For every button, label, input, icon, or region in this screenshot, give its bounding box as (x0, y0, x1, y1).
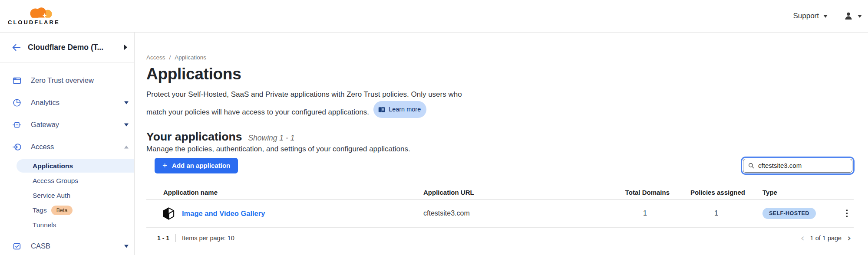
application-cube-icon (162, 207, 175, 220)
beta-badge: Beta (51, 206, 73, 215)
top-header: CLOUDFLARE Support (0, 0, 868, 33)
sidebar-item-label: Zero Trust overview (31, 76, 94, 85)
add-application-button[interactable]: + Add an application (155, 158, 238, 173)
next-page-button[interactable]: › (847, 233, 851, 243)
page-title: Applications (146, 65, 854, 83)
page-description: Protect your Self-Hosted, SaaS and Priva… (146, 88, 581, 119)
sidebar-item-label: Access (31, 143, 54, 151)
sidebar-item-applications[interactable]: Applications (17, 159, 134, 173)
table-row: Image and Video Gallery cftestsite3.com … (146, 200, 854, 228)
page-indicator: 1 of 1 page (810, 235, 842, 242)
application-name-link[interactable]: Image and Video Gallery (182, 209, 265, 218)
main-content: Access / Applications Applications Prote… (135, 33, 868, 255)
sidebar-item-label: Tags (33, 206, 47, 214)
section-title: Your applications (146, 130, 242, 144)
back-arrow-icon[interactable] (11, 42, 21, 52)
pie-chart-icon (12, 98, 22, 108)
sidebar-item-casb[interactable]: CASB (0, 235, 134, 255)
add-application-label: Add an application (172, 162, 230, 169)
application-url-cell: cftestsite3.com (423, 209, 621, 217)
search-input[interactable] (758, 162, 848, 169)
cloudflare-wordmark: CLOUDFLARE (8, 19, 73, 26)
table-header-row: Application name Application URL Total D… (146, 185, 854, 200)
column-header-application-url: Application URL (423, 189, 621, 196)
gateway-icon (12, 120, 22, 130)
sidebar-item-label: Analytics (31, 98, 59, 107)
policies-assigned-cell: 1 (670, 209, 745, 217)
learn-more-button[interactable]: Learn more (373, 101, 426, 118)
support-menu[interactable]: Support (793, 12, 828, 20)
items-per-page-select[interactable]: Items per page: 10 (182, 235, 234, 242)
overview-window-icon (12, 76, 22, 85)
sidebar-item-access[interactable]: Access (0, 136, 134, 158)
chevron-up-icon (124, 145, 129, 148)
column-header-application-name: Application name (146, 189, 423, 196)
sidebar-item-zero-trust-overview[interactable]: Zero Trust overview (0, 69, 134, 92)
description-line1: Protect your Self-Hosted, SaaS and Priva… (146, 90, 462, 98)
chevron-right-icon (124, 45, 127, 50)
sidebar-nav: Zero Trust overview Analytics Gateway (0, 62, 134, 255)
chevron-down-icon (124, 123, 129, 126)
casb-shield-check-icon (12, 242, 22, 251)
column-header-total-domains: Total Domains (621, 189, 670, 196)
sidebar-item-label: Service Auth (33, 192, 70, 199)
type-badge: SELF-HOSTED (762, 208, 816, 219)
plus-icon: + (162, 161, 167, 170)
total-domains-cell: 1 (621, 209, 670, 217)
description-line2: match your policies will have access to … (146, 108, 369, 116)
search-icon (748, 162, 755, 170)
book-icon (378, 106, 386, 114)
breadcrumb: Access / Applications (146, 54, 854, 61)
sidebar-item-service-auth[interactable]: Service Auth (0, 188, 134, 203)
sidebar-item-label: Tunnels (33, 221, 56, 229)
breadcrumb-applications[interactable]: Applications (175, 54, 206, 61)
divider (175, 234, 176, 242)
chevron-down-icon (823, 15, 828, 18)
sidebar-item-gateway[interactable]: Gateway (0, 114, 134, 136)
sidebar-item-label: Applications (33, 162, 73, 170)
applications-table: Application name Application URL Total D… (146, 185, 854, 243)
sidebar-item-label: Gateway (31, 121, 59, 129)
sidebar-item-tunnels[interactable]: Tunnels (0, 218, 134, 232)
access-login-icon (12, 142, 22, 152)
cloudflare-logo[interactable]: CLOUDFLARE (8, 7, 73, 26)
search-box[interactable] (743, 159, 852, 173)
access-subnav: Applications Access Groups Service Auth … (0, 159, 134, 232)
user-icon (843, 11, 854, 21)
sidebar-item-label: Access Groups (33, 177, 78, 185)
chevron-down-icon (124, 245, 129, 248)
showing-count: Showing 1 - 1 (248, 134, 294, 143)
account-name: Cloudflare Demo (T... (28, 43, 118, 52)
chevron-down-icon (124, 101, 129, 104)
sidebar-item-analytics[interactable]: Analytics (0, 92, 134, 114)
column-header-policies-assigned: Policies assigned (670, 189, 745, 196)
column-header-type: Type (745, 189, 838, 196)
row-actions-kebab-menu[interactable] (842, 208, 852, 219)
chevron-down-icon (858, 15, 862, 18)
support-label: Support (793, 12, 819, 20)
section-subtitle: Manage the policies, authentication, and… (146, 145, 854, 154)
cloudflare-cloud-icon (26, 7, 54, 19)
learn-more-label: Learn more (389, 103, 421, 116)
sidebar: Cloudflare Demo (T... Zero Trust overvie… (0, 33, 135, 255)
breadcrumb-access[interactable]: Access (146, 54, 165, 61)
account-switcher[interactable]: Cloudflare Demo (T... (0, 33, 134, 62)
sidebar-item-tags[interactable]: Tags Beta (0, 203, 134, 218)
sidebar-item-label: CASB (31, 242, 50, 250)
sidebar-item-access-groups[interactable]: Access Groups (0, 173, 134, 188)
table-footer: 1 - 1 Items per page: 10 ‹ 1 of 1 page › (146, 228, 854, 243)
user-account-menu[interactable] (843, 11, 862, 21)
pagination-range: 1 - 1 (157, 235, 169, 242)
previous-page-button[interactable]: ‹ (801, 233, 805, 243)
breadcrumb-separator: / (169, 54, 171, 61)
